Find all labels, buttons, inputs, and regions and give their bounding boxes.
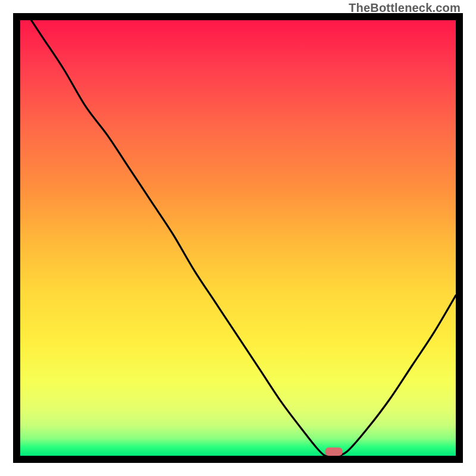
plot-gradient-area [20,20,456,456]
curve-svg [20,20,456,456]
plot-border [13,13,463,463]
chart-frame: TheBottleneck.com [0,0,476,476]
optimal-range-marker [325,447,342,456]
bottleneck-curve [20,20,456,456]
